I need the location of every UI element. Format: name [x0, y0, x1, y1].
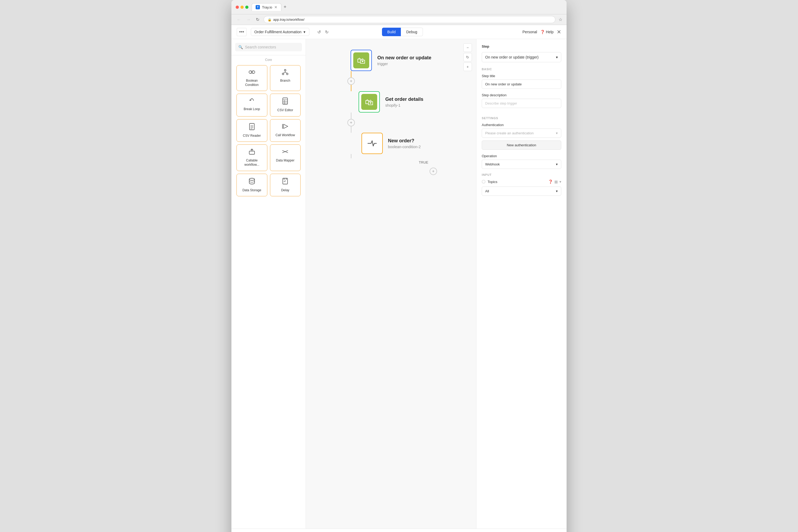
- boolean-condition-label: BooleanCondition: [245, 79, 259, 87]
- svg-point-5: [282, 73, 284, 75]
- connector-data-storage[interactable]: Data Storage: [236, 174, 267, 196]
- add-step-button-1[interactable]: +: [347, 77, 355, 85]
- connector-data-mapper[interactable]: Data Mapper: [270, 145, 301, 171]
- search-icon: 🔍: [238, 45, 243, 49]
- redo-button[interactable]: ↻: [323, 28, 330, 36]
- shopify-node-subtitle: shopify-1: [385, 103, 423, 108]
- maximize-traffic-light[interactable]: [245, 5, 248, 9]
- tab-close-button[interactable]: ✕: [274, 5, 278, 9]
- topics-help-icon[interactable]: ❓: [548, 179, 553, 184]
- trigger-node-box[interactable]: 🛍: [350, 50, 372, 71]
- data-mapper-label: Data Mapper: [276, 158, 294, 163]
- connector-line-1: [351, 71, 352, 77]
- canvas-controls: − ↻ +: [463, 43, 472, 71]
- condition-node-title: New order?: [388, 138, 421, 144]
- bookmark-button[interactable]: ☆: [558, 17, 562, 22]
- refresh-canvas-button[interactable]: ↻: [463, 53, 472, 61]
- zoom-in-button[interactable]: +: [463, 62, 472, 71]
- all-chevron-icon: ▾: [556, 189, 558, 193]
- workflow-name: Order Fulfillment Automation: [254, 30, 301, 34]
- shopify-node[interactable]: 🛍 Get order details shopify-1: [359, 91, 423, 113]
- help-icon: ❓: [540, 30, 545, 34]
- input-section-divider: INPUT: [482, 173, 561, 176]
- branch-label-text: Branch: [280, 79, 290, 83]
- trigger-node[interactable]: 🛍 On new order or update trigger: [350, 50, 431, 71]
- svg-text:🛍: 🛍: [365, 97, 374, 107]
- core-section-label: Core: [231, 55, 306, 64]
- enable-footer: ▶ Enable: [231, 529, 567, 532]
- connector-csv-editor[interactable]: CSV Editor: [270, 94, 301, 116]
- all-dropdown[interactable]: All ▾: [482, 187, 561, 196]
- close-traffic-light[interactable]: [236, 5, 239, 9]
- connector-line-4: [351, 126, 352, 133]
- new-auth-button[interactable]: New authentication: [482, 140, 561, 150]
- topics-grid-icon[interactable]: ▦: [554, 179, 558, 184]
- address-text: app.tray.io/workflow/: [273, 18, 305, 22]
- topics-chevron-icon[interactable]: ▾: [559, 179, 561, 184]
- connector-call-workflow[interactable]: Call Workflow: [270, 119, 301, 142]
- auth-label: Authentication: [482, 123, 561, 127]
- topics-radio-button[interactable]: [482, 180, 486, 184]
- step-section-title: Step: [482, 44, 561, 49]
- close-app-button[interactable]: ✕: [557, 29, 561, 35]
- step-dropdown-chevron-icon: ▾: [556, 55, 558, 59]
- condition-node[interactable]: New order? boolean-condition-2: [361, 133, 421, 154]
- connector-break-loop[interactable]: Break Loop: [236, 94, 267, 116]
- branch-line: [351, 154, 352, 158]
- search-bar[interactable]: 🔍: [235, 43, 302, 51]
- shopify-node-box[interactable]: 🛍: [359, 91, 380, 113]
- zoom-out-button[interactable]: −: [463, 43, 472, 52]
- step-dropdown[interactable]: On new order or update (trigger) ▾: [482, 52, 561, 62]
- connector-boolean-condition[interactable]: BooleanCondition: [236, 65, 267, 91]
- help-button[interactable]: ❓ Help: [540, 30, 554, 34]
- add-step-button-2[interactable]: +: [347, 119, 355, 126]
- undo-button[interactable]: ↺: [316, 28, 322, 36]
- step-title-input[interactable]: [482, 79, 561, 89]
- break-loop-icon: [248, 98, 255, 105]
- address-bar[interactable]: 🔒 app.tray.io/workflow/: [264, 16, 555, 23]
- build-button[interactable]: Build: [382, 28, 401, 36]
- connector-branch[interactable]: Branch: [270, 65, 301, 91]
- lock-icon: 🔒: [268, 18, 271, 22]
- debug-button[interactable]: Debug: [401, 28, 423, 36]
- operation-chevron-icon: ▾: [556, 162, 558, 166]
- topics-row: Topics ❓ ▦ ▾: [482, 179, 561, 184]
- search-input[interactable]: [245, 45, 299, 49]
- topics-left: Topics: [482, 180, 497, 184]
- connector-callable-workflow[interactable]: Callableworkflow...: [236, 145, 267, 171]
- svg-line-8: [283, 72, 285, 73]
- basic-section-divider: BASIC: [482, 68, 561, 71]
- menu-dots-button[interactable]: •••: [237, 28, 247, 36]
- shopify-node-info: Get order details shopify-1: [385, 97, 423, 108]
- new-tab-button[interactable]: +: [284, 4, 286, 10]
- step-description-input[interactable]: [482, 99, 561, 108]
- svg-line-9: [285, 72, 287, 73]
- connector-delay[interactable]: Delay: [270, 174, 301, 196]
- connector-line-3: [351, 113, 352, 119]
- condition-node-info: New order? boolean-condition-2: [388, 138, 421, 149]
- shopify-node-title: Get order details: [385, 97, 423, 102]
- callable-workflow-label: Callableworkflow...: [244, 158, 259, 167]
- operation-dropdown[interactable]: Webhook ▾: [482, 159, 561, 169]
- forward-button[interactable]: →: [245, 16, 252, 23]
- step-dropdown-value: On new order or update (trigger): [485, 55, 539, 59]
- connector-line-2: [351, 85, 352, 91]
- condition-node-box[interactable]: [361, 133, 383, 154]
- browser-tab[interactable]: T Tray.io ✕: [252, 3, 281, 11]
- connector-csv-reader[interactable]: CSV Reader: [236, 119, 267, 142]
- auth-dropdown[interactable]: Please create an authentication ▾: [482, 129, 561, 138]
- csv-reader-icon: [249, 123, 255, 132]
- operation-value: Webhook: [485, 162, 500, 166]
- svg-marker-20: [284, 124, 288, 129]
- auth-chevron-icon: ▾: [556, 131, 558, 135]
- workflow-selector[interactable]: Order Fulfillment Automation ▾: [251, 28, 309, 36]
- step-title-label: Step title: [482, 74, 561, 78]
- data-storage-label: Data Storage: [242, 188, 261, 193]
- refresh-button[interactable]: ↻: [255, 16, 261, 23]
- svg-rect-22: [249, 151, 254, 154]
- break-loop-label: Break Loop: [244, 107, 260, 111]
- back-button[interactable]: ←: [236, 16, 242, 23]
- add-true-step-button[interactable]: +: [430, 168, 437, 175]
- minimize-traffic-light[interactable]: [241, 5, 244, 9]
- branch-icon: [281, 69, 289, 77]
